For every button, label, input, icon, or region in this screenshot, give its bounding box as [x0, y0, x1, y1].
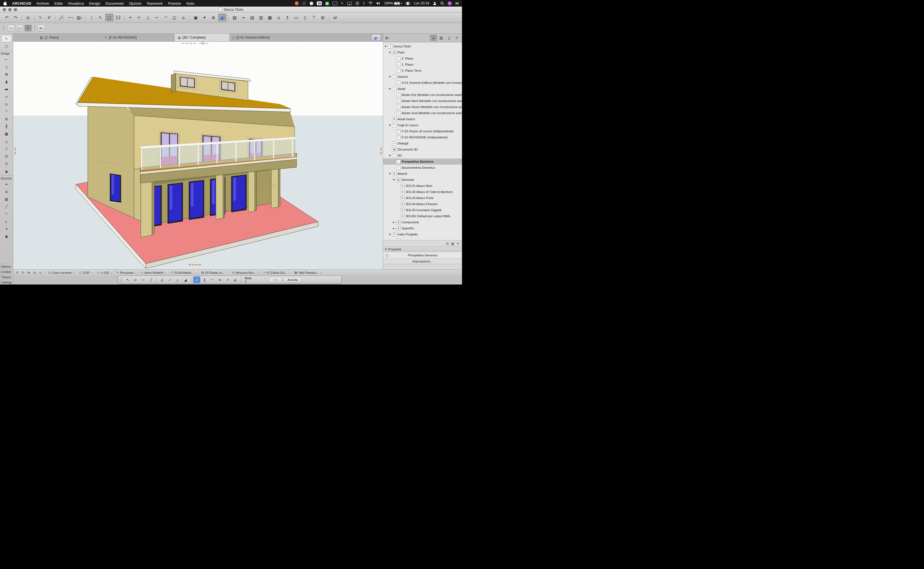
camera-tool[interactable]: ◉	[2, 233, 12, 240]
text-block-button[interactable]: ⊤	[310, 14, 318, 21]
disclosure-icon[interactable]: ▼	[388, 154, 391, 157]
tab-s01-sezione[interactable]: ▯[S-01 Sezione Edificio]	[230, 33, 301, 41]
fill-type-dropdown[interactable]: ▤▾	[75, 14, 83, 21]
notification-center-icon[interactable]	[455, 2, 459, 5]
disclosure-icon[interactable]: ▼	[388, 88, 391, 90]
snap-perpendicular-button[interactable]: ⌐	[140, 277, 147, 283]
rise-button[interactable]: ↥	[284, 14, 292, 21]
fit-in-window-button[interactable]: ⌂	[38, 271, 43, 275]
project-map-button[interactable]: ⌂	[430, 35, 437, 41]
ok-button[interactable]: OK	[269, 277, 282, 283]
toolbar-button[interactable]	[228, 15, 229, 21]
settings-button[interactable]: Impostazioni...	[383, 259, 462, 264]
model-view-options-dropdown[interactable]: ▦ Stile Finestra... ›	[292, 269, 323, 275]
zone-tool[interactable]: ◊	[2, 145, 12, 152]
shell-tool[interactable]: ◠	[2, 108, 12, 115]
snap-guide-button[interactable]: ✓	[166, 277, 174, 283]
menu-item[interactable]: Design	[89, 2, 100, 6]
calendar-badge[interactable]: 26	[317, 2, 322, 5]
tree-item-alzato-est[interactable]: ▯ Alzato Est (Modello con ricostruzione …	[383, 92, 462, 98]
activity-chart-icon[interactable]	[325, 2, 329, 5]
view-map-button[interactable]: ▤	[438, 35, 445, 41]
tree-item-f01-revisione[interactable]: ✎ F-01 REVISIONE (Indipendente)	[383, 134, 462, 140]
dimension-12-button[interactable]: 12	[114, 14, 122, 21]
intersect-button[interactable]: ⌐	[153, 14, 161, 21]
palette-grip[interactable]	[120, 277, 122, 283]
menu-item[interactable]: Archivio	[36, 2, 49, 6]
renovation-filter-dropdown[interactable]: ▱ 01 Pianta Esi... ›	[261, 269, 292, 275]
menu-item[interactable]: Edita	[55, 2, 63, 6]
wall-tool[interactable]: ⌐	[2, 56, 12, 63]
toolbar-grip[interactable]	[3, 25, 5, 31]
hotspot-tool[interactable]: ✛	[2, 225, 12, 233]
schedule-button[interactable]: ⊞	[319, 14, 327, 21]
special-snap-dropdown[interactable]: Metà › 2	[244, 277, 267, 283]
fill-tool[interactable]: ▨	[2, 195, 12, 202]
toolbox-group-label[interactable]: Cablagg	[0, 279, 13, 284]
time-machine-icon[interactable]	[355, 2, 359, 5]
select-cursor-button[interactable]: ↖	[96, 14, 105, 21]
user-account-icon[interactable]	[433, 2, 437, 5]
keyboard-layout-flag-icon[interactable]	[405, 2, 410, 5]
snap-remove-button[interactable]: ✕	[216, 277, 223, 283]
dark-app-icon[interactable]	[302, 2, 306, 5]
toolbar-button[interactable]	[85, 15, 86, 21]
orange-app-icon[interactable]	[295, 2, 299, 5]
tree-item-componenti[interactable]: ▶ ▤ Componenti	[383, 219, 462, 225]
tree-item-piani[interactable]: ▼ ▤ Piani	[383, 49, 462, 55]
menu-item[interactable]: ArchivioEditaVisualizzaDesignDocumentoOp…	[36, 2, 194, 6]
tree-item-iesbx[interactable]: ⊞ IES-BX Default per output BIMx	[383, 213, 462, 219]
text-tool[interactable]: A	[2, 188, 12, 195]
toolbar-button[interactable]	[34, 15, 35, 21]
screen-share-cursor-icon[interactable]: ↖	[341, 2, 344, 5]
disclosure-icon[interactable]: ▼	[384, 45, 387, 48]
snap-angle-bisector-button[interactable]: ∡	[232, 277, 239, 283]
disclosure-icon[interactable]: ▼	[388, 76, 391, 78]
dimension-tool[interactable]: ↔	[2, 181, 12, 188]
orbit-button[interactable]: ↺	[14, 271, 20, 275]
curtain-wall-tool[interactable]: ▦	[2, 130, 12, 137]
disclosure-icon[interactable]: ▼	[388, 51, 391, 54]
pen-profile-dropdown[interactable]: ✐ 03 Architetto... ›	[168, 269, 199, 275]
menu-item[interactable]: Opzioni	[129, 2, 141, 6]
publisher-button[interactable]: ⇗	[453, 35, 460, 41]
zoom-preset-dropdown[interactable]: ◎ Zoom corrente ›	[46, 269, 77, 275]
tree-item-clipped[interactable]: ≣	[383, 237, 462, 240]
explore-button[interactable]: ↻	[20, 271, 26, 275]
tree-item-ies03[interactable]: ⊞ IES-03 Abaco Porte	[383, 195, 462, 201]
redo-button[interactable]: ↷	[12, 14, 20, 21]
beam-tool[interactable]: ▬	[2, 85, 12, 93]
guide-lines-button[interactable]: ∥	[88, 14, 96, 21]
tab-overview-dropdown[interactable]: ◪ ▾	[372, 35, 381, 41]
airplay-mirroring-icon[interactable]	[347, 2, 352, 5]
snap-divisions-value[interactable]: 2	[245, 280, 267, 283]
toolbar-button[interactable]	[55, 15, 56, 21]
morph-tool[interactable]: ▲	[2, 167, 12, 175]
graphic-override-dropdown[interactable]: ⊘ Nessuna Sov... ›	[229, 269, 261, 275]
tree-item-abachi[interactable]: ▼ ⊞ Abachi	[383, 170, 462, 177]
zoom-out-button[interactable]: ⊖	[32, 271, 38, 275]
marquee-view-button[interactable]: ▣	[192, 14, 200, 21]
zoom-to-selection-button[interactable]: ◎	[24, 14, 32, 21]
line-type-dropdown[interactable]: ╱▾	[58, 14, 66, 21]
disclosure-icon[interactable]: ▼	[393, 179, 395, 181]
tree-item-alzato-sud[interactable]: ▯ Alzato Sud (Modello con ricostruzione …	[383, 110, 462, 116]
document-proxy-icon[interactable]	[219, 8, 222, 11]
tree-item-3d[interactable]: ▼ ◇ 3D	[383, 152, 462, 158]
door-tool[interactable]: ▯	[2, 63, 12, 70]
snap-special-points-button[interactable]: ✓	[193, 277, 200, 283]
pen-set-dropdown[interactable]: ✎ Personale ›	[114, 269, 138, 275]
skylight-tool[interactable]: ⊡	[2, 152, 12, 160]
toolbox-group-label[interactable]: Tubazio	[0, 274, 13, 279]
tree-item-alzati[interactable]: ▼ ▯ Alzati	[383, 86, 462, 92]
adjust-button[interactable]: ⊥	[144, 14, 152, 21]
window-title-bar[interactable]: Senza Titolo	[0, 7, 462, 13]
hatch-button[interactable]: ▤	[248, 14, 256, 21]
menu-app-name[interactable]: ARCHICAD	[12, 2, 31, 6]
wifi-icon[interactable]	[368, 2, 373, 5]
zoom-in-button[interactable]: ⊕	[26, 271, 32, 275]
tree-item-dettagli[interactable]: ⊙ Dettagli	[383, 140, 462, 146]
tree-item-piano2[interactable]: ▱ 2. Piano	[383, 55, 462, 61]
minimize-button[interactable]	[8, 8, 12, 11]
toolbar-button[interactable]	[124, 15, 124, 21]
